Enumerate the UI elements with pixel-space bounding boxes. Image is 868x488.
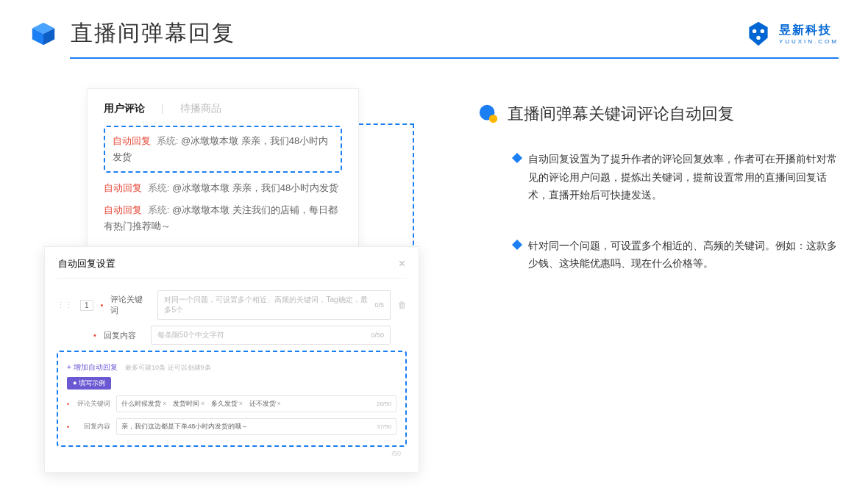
reply-input[interactable]: 每条限50个中文字符 0/50 (151, 326, 391, 345)
brand-sub: YUUXIN.COM (779, 38, 839, 45)
tab-products[interactable]: 待播商品 (180, 102, 221, 115)
row-number: 1 (80, 300, 93, 311)
outer-counter: /50 (57, 450, 407, 457)
delete-icon[interactable]: 🗑 (398, 300, 407, 310)
svg-point-3 (753, 29, 756, 32)
example-keyword-row: • 评论关键词 什么时候发货 发货时间 多久发货 还不发货 20/50 (67, 395, 396, 412)
comment-line: 自动回复 系统: @冰墩墩本墩 关注我们的店铺，每日都有热门推荐呦～ (104, 202, 342, 234)
keyword-placeholder: 对同一个问题，可设置多个相近、高频的关键词，Tag确定，最多5个 (164, 295, 374, 315)
settings-card: 自动回复设置 × ⋮⋮ 1 • 评论关键词 对同一个问题，可设置多个相近、高频的… (44, 246, 419, 473)
tab-separator: | (161, 102, 164, 115)
brand-icon (745, 21, 772, 47)
required-dot: • (67, 423, 69, 431)
cube-icon (29, 20, 57, 48)
keyword-counter: 0/5 (374, 301, 384, 309)
system-label: 系统: (148, 182, 170, 193)
add-auto-reply-link[interactable]: + 增加自动回复 (67, 363, 118, 371)
tag[interactable]: 还不发货 (249, 400, 281, 407)
diamond-icon (512, 239, 522, 249)
reply-label: 回复内容 (104, 330, 143, 341)
settings-header: 自动回复设置 × (57, 254, 407, 279)
example-reply-counter: 37/50 (377, 423, 391, 430)
reply-counter: 0/50 (371, 331, 384, 339)
sub-title: 直播间弹幕关键词评论自动回复 (508, 103, 734, 125)
form-row-keyword: ⋮⋮ 1 • 评论关键词 对同一个问题，可设置多个相近、高频的关键词，Tag确定… (57, 290, 407, 320)
right-column: 直播间弹幕关键词评论自动回复 自动回复设置为了提升作者的评论回复效率，作者可在开… (478, 88, 839, 305)
drag-handle-icon[interactable]: ⋮⋮ (57, 301, 73, 310)
required-dot: • (93, 331, 96, 340)
connector-line (359, 123, 414, 125)
bullet-item: 针对同一个问题，可设置多个相近的、高频的关键词。例如：这款多少钱、这块能优惠吗、… (478, 237, 839, 273)
example-box: + 增加自动回复 最多可建10条 还可以创建9条 ● 填写示例 • 评论关键词 … (57, 351, 407, 447)
svg-point-5 (756, 35, 760, 39)
left-column: 用户评论 | 待播商品 自动回复 系统: @冰墩墩本墩 亲亲，我们48小时内发货… (44, 88, 419, 305)
comment-text: @冰墩墩本墩 亲亲，我们48小时内发货 (172, 182, 338, 193)
example-tags: 什么时候发货 发货时间 多久发货 还不发货 (121, 399, 285, 409)
header-left: 直播间弹幕回复 (29, 18, 235, 49)
bullet-text: 针对同一个问题，可设置多个相近的、高频的关键词。例如：这款多少钱、这块能优惠吗、… (528, 237, 839, 273)
tag[interactable]: 多久发货 (211, 400, 243, 407)
keyword-input[interactable]: 对同一个问题，可设置多个相近、高频的关键词，Tag确定，最多5个 0/5 (157, 290, 391, 320)
brand-text: 昱新科技 YUUXIN.COM (779, 23, 839, 45)
required-dot: • (67, 401, 69, 408)
tag[interactable]: 发货时间 (173, 400, 204, 407)
sub-header: 直播间弹幕关键词评论自动回复 (478, 103, 839, 125)
close-icon[interactable]: × (399, 257, 405, 270)
example-reply-value: 亲，我们这边都是下单48小时内发货的哦～ (121, 422, 248, 431)
example-keyword-counter: 20/50 (377, 401, 391, 407)
highlighted-comment: 自动回复 系统: @冰墩墩本墩 亲亲，我们48小时内发货 (104, 126, 342, 173)
comment-line: 自动回复 系统: @冰墩墩本墩 亲亲，我们48小时内发货 (104, 180, 342, 196)
example-keyword-label: 评论关键词 (75, 399, 110, 409)
form-row-reply: • 回复内容 每条限50个中文字符 0/50 (57, 326, 407, 345)
tab-comments[interactable]: 用户评论 (104, 102, 145, 115)
example-reply-row: • 回复内容 亲，我们这边都是下单48小时内发货的哦～ 37/50 (67, 418, 396, 435)
settings-title: 自动回复设置 (58, 257, 115, 270)
content: 用户评论 | 待播商品 自动回复 系统: @冰墩墩本墩 亲亲，我们48小时内发货… (0, 59, 868, 305)
bullet-item: 自动回复设置为了提升作者的评论回复效率，作者可在开播前针对常见的评论用户问题，提… (478, 150, 839, 204)
tabs: 用户评论 | 待播商品 (104, 102, 342, 115)
example-reply-input[interactable]: 亲，我们这边都是下单48小时内发货的哦～ 37/50 (116, 418, 396, 435)
required-dot: • (101, 301, 104, 309)
bubble-icon (478, 104, 499, 124)
example-keyword-input[interactable]: 什么时候发货 发货时间 多久发货 还不发货 20/50 (116, 395, 396, 412)
auto-reply-label: 自动回复 (104, 204, 142, 215)
brand: 昱新科技 YUUXIN.COM (745, 21, 839, 47)
example-reply-label: 回复内容 (75, 422, 110, 431)
add-row: + 增加自动回复 最多可建10条 还可以创建9条 (67, 359, 396, 373)
page-header: 直播间弹幕回复 昱新科技 YUUXIN.COM (0, 0, 868, 49)
bullet-text: 自动回复设置为了提升作者的评论回复效率，作者可在开播前针对常见的评论用户问题，提… (528, 150, 839, 204)
comments-card: 用户评论 | 待播商品 自动回复 系统: @冰墩墩本墩 亲亲，我们48小时内发货… (87, 88, 359, 257)
add-note: 最多可建10条 还可以创建9条 (125, 364, 211, 371)
reply-placeholder: 每条限50个中文字符 (157, 330, 224, 340)
system-label: 系统: (157, 135, 179, 146)
brand-name: 昱新科技 (779, 23, 839, 38)
svg-point-7 (489, 115, 497, 123)
system-label: 系统: (148, 204, 170, 215)
svg-point-4 (761, 29, 764, 32)
diamond-icon (512, 153, 522, 163)
auto-reply-label: 自动回复 (113, 135, 151, 146)
keyword-label: 评论关键词 (110, 294, 150, 316)
tag[interactable]: 什么时候发货 (121, 400, 166, 407)
page-title: 直播间弹幕回复 (71, 18, 235, 49)
comment-line: 自动回复 系统: @冰墩墩本墩 亲亲，我们48小时内发货 (113, 133, 333, 165)
example-badge: ● 填写示例 (67, 377, 111, 390)
auto-reply-label: 自动回复 (104, 182, 142, 193)
